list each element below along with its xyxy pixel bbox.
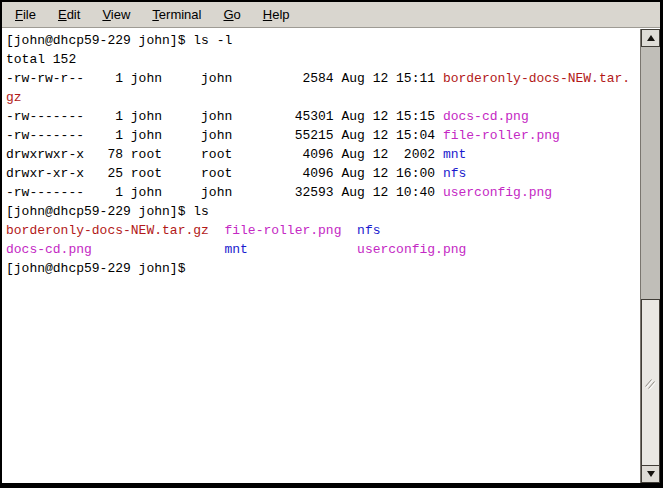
scrollbar-thumb[interactable] xyxy=(641,299,660,466)
grip-icon xyxy=(645,375,657,390)
terminal-line: gz xyxy=(6,88,639,107)
terminal-text xyxy=(209,223,225,238)
terminal-line: [john@dhcp59-229 john]$ ls xyxy=(6,202,639,221)
down-arrow-icon xyxy=(647,471,655,477)
terminal-text: -rw-rw-r-- 1 john john 2584 Aug 12 15:11 xyxy=(6,71,443,86)
terminal-line: borderonly-docs-NEW.tar.gz file-roller.p… xyxy=(6,221,639,240)
terminal-content: [john@dhcp59-229 john]$ ls -ltotal 152-r… xyxy=(2,28,660,483)
menu-item-mnemonic: E xyxy=(58,7,67,22)
terminal-line: drwxrwxr-x 78 root root 4096 Aug 12 2002… xyxy=(6,145,639,164)
terminal-line: docs-cd.png mnt userconfig.png xyxy=(6,240,639,259)
window-body: FileEditViewTerminalGoHelp [john@dhcp59-… xyxy=(2,2,660,483)
menu-item-file[interactable]: File xyxy=(4,3,47,26)
terminal-text xyxy=(248,242,357,257)
terminal-line: -rw------- 1 john john 32593 Aug 12 10:4… xyxy=(6,183,639,202)
filename-archive: borderonly-docs-NEW.tar. xyxy=(443,71,630,86)
menu-item-label: erminal xyxy=(159,7,202,22)
terminal-text xyxy=(341,223,357,238)
filename-archive: borderonly-docs-NEW.tar.gz xyxy=(6,223,209,238)
terminal-text: [john@dhcp59-229 john]$ xyxy=(6,261,193,276)
filename-archive: gz xyxy=(6,90,22,105)
terminal-text: [john@dhcp59-229 john]$ ls xyxy=(6,204,209,219)
menu-item-label: iew xyxy=(111,7,131,22)
terminal-text: -rw------- 1 john john 45301 Aug 12 15:1… xyxy=(6,109,443,124)
filename-image: file-roller.png xyxy=(443,128,560,143)
menu-item-mnemonic: H xyxy=(263,7,272,22)
terminal-text: drwxrwxr-x 78 root root 4096 Aug 12 2002 xyxy=(6,147,443,162)
scroll-down-button[interactable] xyxy=(641,465,660,483)
filename-image: file-roller.png xyxy=(224,223,341,238)
menu-bar: FileEditViewTerminalGoHelp xyxy=(2,2,660,28)
menu-item-help[interactable]: Help xyxy=(252,3,301,26)
terminal-line: drwxr-xr-x 25 root root 4096 Aug 12 16:0… xyxy=(6,164,639,183)
terminal-output[interactable]: [john@dhcp59-229 john]$ ls -ltotal 152-r… xyxy=(2,28,639,483)
menu-item-label: elp xyxy=(272,7,289,22)
menu-item-edit[interactable]: Edit xyxy=(47,3,91,26)
menu-item-label: ile xyxy=(23,7,36,22)
menu-item-view[interactable]: View xyxy=(91,3,141,26)
directory-name: nfs xyxy=(443,166,466,181)
menu-item-label: o xyxy=(234,7,241,22)
menu-item-go[interactable]: Go xyxy=(212,3,251,26)
filename-image: userconfig.png xyxy=(443,185,552,200)
terminal-line: [john@dhcp59-229 john]$ ls -l xyxy=(6,31,639,50)
terminal-line: total 152 xyxy=(6,50,639,69)
directory-name: nfs xyxy=(357,223,380,238)
menu-item-mnemonic: G xyxy=(223,7,233,22)
terminal-text: -rw------- 1 john john 55215 Aug 12 15:0… xyxy=(6,128,443,143)
menu-item-mnemonic: F xyxy=(15,7,23,22)
terminal-text: total 152 xyxy=(6,52,76,67)
terminal-text: [john@dhcp59-229 john]$ ls -l xyxy=(6,33,232,48)
terminal-window: FileEditViewTerminalGoHelp [john@dhcp59-… xyxy=(0,0,663,488)
directory-name: mnt xyxy=(443,147,466,162)
scrollbar[interactable] xyxy=(640,29,660,483)
menu-item-label: dit xyxy=(67,7,81,22)
terminal-text xyxy=(92,242,225,257)
terminal-line: -rw-rw-r-- 1 john john 2584 Aug 12 15:11… xyxy=(6,69,639,88)
filename-image: docs-cd.png xyxy=(443,109,529,124)
menu-item-terminal[interactable]: Terminal xyxy=(141,3,212,26)
terminal-text: drwxr-xr-x 25 root root 4096 Aug 12 16:0… xyxy=(6,166,443,181)
scroll-up-button[interactable] xyxy=(641,29,660,47)
menu-item-mnemonic: V xyxy=(102,7,110,22)
filename-image: docs-cd.png xyxy=(6,242,92,257)
terminal-line: -rw------- 1 john john 45301 Aug 12 15:1… xyxy=(6,107,639,126)
directory-name: mnt xyxy=(224,242,247,257)
up-arrow-icon xyxy=(647,35,655,41)
terminal-text: -rw------- 1 john john 32593 Aug 12 10:4… xyxy=(6,185,443,200)
terminal-line: [john@dhcp59-229 john]$ xyxy=(6,259,639,278)
filename-image: userconfig.png xyxy=(357,242,466,257)
terminal-line: -rw------- 1 john john 55215 Aug 12 15:0… xyxy=(6,126,639,145)
